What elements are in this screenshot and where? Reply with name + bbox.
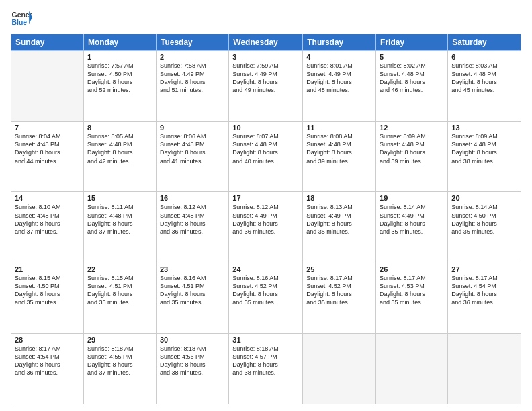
calendar-cell: 1Sunrise: 7:57 AM Sunset: 4:50 PM Daylig… [83, 51, 156, 122]
calendar-header-row: SundayMondayTuesdayWednesdayThursdayFrid… [11, 34, 521, 51]
calendar-cell: 14Sunrise: 8:10 AM Sunset: 4:48 PM Dayli… [11, 192, 84, 263]
day-number: 24 [232, 265, 299, 273]
day-number: 5 [380, 53, 444, 61]
calendar-cell: 7Sunrise: 8:04 AM Sunset: 4:48 PM Daylig… [11, 122, 84, 192]
day-info: Sunrise: 8:16 AM Sunset: 4:52 PM Dayligh… [232, 274, 299, 307]
calendar-cell: 25Sunrise: 8:17 AM Sunset: 4:52 PM Dayli… [303, 263, 376, 333]
day-number: 20 [451, 194, 517, 202]
calendar-cell: 13Sunrise: 8:09 AM Sunset: 4:48 PM Dayli… [448, 122, 521, 192]
calendar-cell: 12Sunrise: 8:09 AM Sunset: 4:48 PM Dayli… [376, 122, 448, 192]
column-header-monday: Monday [83, 34, 156, 51]
day-number: 25 [306, 265, 372, 273]
day-info: Sunrise: 8:15 AM Sunset: 4:51 PM Dayligh… [87, 274, 152, 307]
day-info: Sunrise: 8:12 AM Sunset: 4:49 PM Dayligh… [232, 203, 299, 236]
week-row-5: 28Sunrise: 8:17 AM Sunset: 4:54 PM Dayli… [11, 333, 521, 404]
column-header-friday: Friday [376, 34, 448, 51]
day-number: 1 [87, 53, 152, 61]
day-info: Sunrise: 8:04 AM Sunset: 4:48 PM Dayligh… [15, 132, 80, 165]
day-info: Sunrise: 7:57 AM Sunset: 4:50 PM Dayligh… [87, 62, 152, 95]
day-info: Sunrise: 8:17 AM Sunset: 4:53 PM Dayligh… [380, 274, 444, 307]
day-number: 23 [160, 265, 225, 273]
day-number: 31 [232, 336, 299, 344]
day-number: 9 [160, 124, 225, 132]
page: General Blue SundayMondayTuesdayWednesda… [0, 0, 532, 411]
day-info: Sunrise: 8:11 AM Sunset: 4:48 PM Dayligh… [87, 203, 152, 236]
week-row-1: 1Sunrise: 7:57 AM Sunset: 4:50 PM Daylig… [11, 51, 521, 122]
calendar-cell: 15Sunrise: 8:11 AM Sunset: 4:48 PM Dayli… [83, 192, 156, 263]
calendar-cell [303, 333, 376, 404]
column-header-tuesday: Tuesday [156, 34, 228, 51]
calendar-cell: 29Sunrise: 8:18 AM Sunset: 4:55 PM Dayli… [83, 333, 156, 404]
day-number: 4 [306, 53, 372, 61]
day-number: 27 [451, 265, 517, 273]
day-number: 21 [15, 265, 80, 273]
calendar-cell [448, 333, 521, 404]
calendar-cell: 6Sunrise: 8:03 AM Sunset: 4:48 PM Daylig… [448, 51, 521, 122]
day-number: 13 [451, 124, 517, 132]
calendar-cell: 19Sunrise: 8:14 AM Sunset: 4:49 PM Dayli… [376, 192, 448, 263]
day-info: Sunrise: 8:05 AM Sunset: 4:48 PM Dayligh… [87, 132, 152, 165]
day-info: Sunrise: 8:09 AM Sunset: 4:48 PM Dayligh… [380, 132, 444, 165]
day-info: Sunrise: 8:01 AM Sunset: 4:49 PM Dayligh… [306, 62, 372, 95]
calendar-cell: 3Sunrise: 7:59 AM Sunset: 4:49 PM Daylig… [229, 51, 303, 122]
calendar-cell: 20Sunrise: 8:14 AM Sunset: 4:50 PM Dayli… [448, 192, 521, 263]
calendar-cell [376, 333, 448, 404]
day-number: 22 [87, 265, 152, 273]
calendar-cell: 10Sunrise: 8:07 AM Sunset: 4:48 PM Dayli… [229, 122, 303, 192]
day-info: Sunrise: 8:02 AM Sunset: 4:48 PM Dayligh… [380, 62, 444, 95]
day-number: 30 [160, 336, 225, 344]
day-info: Sunrise: 8:18 AM Sunset: 4:57 PM Dayligh… [232, 345, 299, 377]
day-number: 18 [306, 194, 372, 202]
calendar-cell: 16Sunrise: 8:12 AM Sunset: 4:48 PM Dayli… [156, 192, 228, 263]
calendar-cell: 5Sunrise: 8:02 AM Sunset: 4:48 PM Daylig… [376, 51, 448, 122]
day-number: 17 [232, 194, 299, 202]
calendar-cell: 22Sunrise: 8:15 AM Sunset: 4:51 PM Dayli… [83, 263, 156, 333]
day-number: 19 [380, 194, 444, 202]
calendar-cell: 24Sunrise: 8:16 AM Sunset: 4:52 PM Dayli… [229, 263, 303, 333]
day-number: 14 [15, 194, 80, 202]
calendar-cell: 18Sunrise: 8:13 AM Sunset: 4:49 PM Dayli… [303, 192, 376, 263]
day-number: 26 [380, 265, 444, 273]
day-info: Sunrise: 8:14 AM Sunset: 4:49 PM Dayligh… [380, 203, 444, 236]
column-header-wednesday: Wednesday [229, 34, 303, 51]
logo: General Blue [11, 7, 32, 28]
calendar-cell: 2Sunrise: 7:58 AM Sunset: 4:49 PM Daylig… [156, 51, 228, 122]
calendar-cell: 17Sunrise: 8:12 AM Sunset: 4:49 PM Dayli… [229, 192, 303, 263]
header: General Blue [11, 7, 521, 28]
calendar-cell: 9Sunrise: 8:06 AM Sunset: 4:48 PM Daylig… [156, 122, 228, 192]
day-number: 2 [160, 53, 225, 61]
day-info: Sunrise: 8:16 AM Sunset: 4:51 PM Dayligh… [160, 274, 225, 307]
column-header-saturday: Saturday [448, 34, 521, 51]
calendar-table: SundayMondayTuesdayWednesdayThursdayFrid… [11, 34, 521, 404]
week-row-2: 7Sunrise: 8:04 AM Sunset: 4:48 PM Daylig… [11, 122, 521, 192]
day-info: Sunrise: 8:10 AM Sunset: 4:48 PM Dayligh… [15, 203, 80, 236]
day-info: Sunrise: 8:15 AM Sunset: 4:50 PM Dayligh… [15, 274, 80, 307]
day-info: Sunrise: 8:09 AM Sunset: 4:48 PM Dayligh… [451, 132, 517, 165]
week-row-4: 21Sunrise: 8:15 AM Sunset: 4:50 PM Dayli… [11, 263, 521, 333]
calendar-cell: 30Sunrise: 8:18 AM Sunset: 4:56 PM Dayli… [156, 333, 228, 404]
calendar-cell [11, 51, 84, 122]
logo-icon: General Blue [11, 7, 32, 28]
day-info: Sunrise: 8:17 AM Sunset: 4:52 PM Dayligh… [306, 274, 372, 307]
day-info: Sunrise: 8:14 AM Sunset: 4:50 PM Dayligh… [451, 203, 517, 236]
day-number: 29 [87, 336, 152, 344]
calendar-cell: 26Sunrise: 8:17 AM Sunset: 4:53 PM Dayli… [376, 263, 448, 333]
column-header-sunday: Sunday [11, 34, 84, 51]
svg-text:Blue: Blue [12, 19, 28, 26]
day-number: 6 [451, 53, 517, 61]
calendar-cell: 28Sunrise: 8:17 AM Sunset: 4:54 PM Dayli… [11, 333, 84, 404]
calendar-cell: 4Sunrise: 8:01 AM Sunset: 4:49 PM Daylig… [303, 51, 376, 122]
day-info: Sunrise: 8:13 AM Sunset: 4:49 PM Dayligh… [306, 203, 372, 236]
calendar-cell: 27Sunrise: 8:17 AM Sunset: 4:54 PM Dayli… [448, 263, 521, 333]
calendar-cell: 31Sunrise: 8:18 AM Sunset: 4:57 PM Dayli… [229, 333, 303, 404]
day-number: 15 [87, 194, 152, 202]
day-number: 12 [380, 124, 444, 132]
day-info: Sunrise: 8:08 AM Sunset: 4:48 PM Dayligh… [306, 132, 372, 165]
day-number: 28 [15, 336, 80, 344]
day-info: Sunrise: 8:17 AM Sunset: 4:54 PM Dayligh… [15, 345, 80, 377]
day-number: 8 [87, 124, 152, 132]
calendar-cell: 23Sunrise: 8:16 AM Sunset: 4:51 PM Dayli… [156, 263, 228, 333]
day-info: Sunrise: 8:03 AM Sunset: 4:48 PM Dayligh… [451, 62, 517, 95]
day-info: Sunrise: 8:18 AM Sunset: 4:55 PM Dayligh… [87, 345, 152, 377]
day-info: Sunrise: 7:58 AM Sunset: 4:49 PM Dayligh… [160, 62, 225, 95]
